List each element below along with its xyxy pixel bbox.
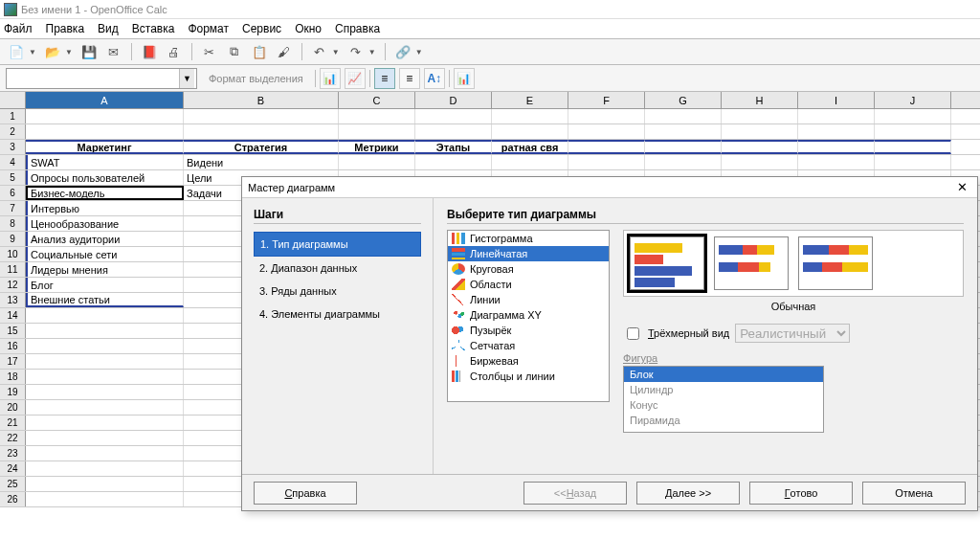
wizard-step-3[interactable]: 3. Ряды данных [254,280,421,303]
cell[interactable]: Анализ аудитории [26,232,184,246]
cell[interactable] [798,109,875,124]
chart-type-item[interactable]: Гистограмма [448,231,609,246]
cell[interactable] [184,109,339,124]
cell[interactable] [492,124,568,139]
cell[interactable] [339,124,415,139]
cell[interactable] [492,155,568,169]
col-header-D[interactable]: D [415,92,492,108]
chart-type-list[interactable]: Гистограмма Линейчатая Круговая Области … [447,230,610,402]
cell[interactable] [26,446,184,460]
cancel-button[interactable]: Отмена [862,482,966,505]
wizard-step-1[interactable]: 1. Тип диаграммы [254,232,421,257]
cell[interactable] [798,124,875,139]
chart-type-item[interactable]: Области [448,277,609,292]
3d-view-checkbox[interactable] [627,327,639,340]
chart-subtype-preview[interactable] [714,236,789,290]
menu-help[interactable]: Справка [335,22,380,35]
row-header[interactable]: 4 [0,155,26,169]
cell[interactable] [798,155,875,169]
wizard-step-list[interactable]: 1. Тип диаграммы 2. Диапазон данных 3. Р… [254,232,421,326]
cell[interactable] [645,124,722,139]
row-header[interactable]: 5 [0,170,26,185]
menu-window[interactable]: Окно [295,22,322,35]
row-header[interactable]: 17 [0,354,26,369]
cell[interactable] [875,155,951,169]
menubar[interactable]: Файл Правка Вид Вставка Формат Сервис Ок… [0,19,980,38]
row-header[interactable]: 24 [0,461,26,476]
cell[interactable]: Блог [26,278,184,292]
cell[interactable] [26,354,184,369]
hyperlink-button[interactable]: 🔗 [392,41,413,62]
shape-item[interactable]: Конус [624,397,823,413]
cell[interactable] [26,477,184,491]
cell[interactable] [26,124,184,139]
redo-button[interactable]: ↷ [345,41,367,62]
col-header-B[interactable]: B [184,92,339,108]
email-button[interactable]: ✉ [103,41,124,62]
text-scale-button[interactable]: A↕ [424,68,445,89]
dialog-titlebar[interactable]: Мастер диаграмм ✕ [242,177,977,198]
cell[interactable] [26,415,184,430]
export-pdf-button[interactable]: 📕 [139,41,160,62]
new-doc-button[interactable]: 📄 [6,41,27,62]
dropdown-arrow-icon[interactable]: ▼ [29,48,36,56]
cell[interactable] [26,308,184,323]
cell[interactable] [26,324,184,338]
dropdown-arrow-icon[interactable]: ▼ [65,48,73,56]
chart-type-item[interactable]: Линии [448,292,609,307]
chart-subtype-preview[interactable] [798,236,873,290]
cell[interactable] [26,385,184,399]
cell[interactable] [26,109,184,124]
row-header[interactable]: 21 [0,415,26,430]
col-header-J[interactable]: J [875,92,951,108]
next-button[interactable]: Далее >> [636,482,740,505]
cell[interactable]: Лидеры мнения [26,262,184,277]
chart-subtype-preview[interactable] [630,236,704,290]
chart-element-button[interactable]: 📊 [454,68,475,89]
row-header[interactable]: 2 [0,124,26,139]
chart-type-item[interactable]: Сетчатая [448,338,609,353]
align-left-button[interactable]: ≡ [374,68,395,89]
row-header[interactable]: 25 [0,477,26,491]
undo-button[interactable]: ↶ [309,41,330,62]
menu-edit[interactable]: Правка [46,22,85,35]
row-header[interactable]: 18 [0,370,26,384]
cell[interactable] [568,124,645,139]
cell[interactable] [415,109,492,124]
dropdown-arrow-icon[interactable]: ▼ [415,48,423,56]
chart-type-item[interactable]: Линейчатая [448,246,609,261]
cell[interactable] [26,370,184,384]
font-selector[interactable]: ▼ [6,68,197,89]
chart-type-item[interactable]: Круговая [448,261,609,277]
row-header[interactable]: 10 [0,247,26,261]
wizard-step-4[interactable]: 4. Элементы диаграммы [254,303,421,326]
cell[interactable] [184,124,339,139]
row-header[interactable]: 15 [0,324,26,338]
chart-type-item[interactable]: Биржевая [448,353,609,369]
cell[interactable] [568,155,645,169]
cell[interactable] [26,461,184,476]
col-header-C[interactable]: C [339,92,415,108]
cell[interactable] [492,109,568,124]
cell[interactable] [875,140,951,154]
cell[interactable] [722,155,798,169]
chart-type-button-1[interactable]: 📊 [320,68,341,89]
table-row[interactable]: 3МаркетингСтратегияМетрикиЭтапыратная св… [0,140,980,155]
shape-item[interactable]: Блок [624,367,823,382]
print-button[interactable]: 🖨 [164,41,185,62]
table-row[interactable]: 1 [0,109,980,124]
menu-file[interactable]: Файл [4,22,33,35]
cell[interactable] [798,140,875,154]
col-header-A[interactable]: A [26,92,184,108]
chart-subtype-previews[interactable] [623,230,964,297]
column-headers[interactable]: A B C D E F G H I J [0,92,980,109]
cell[interactable] [339,155,415,169]
table-row[interactable]: 4SWATВидени [0,155,980,170]
row-header[interactable]: 1 [0,109,26,124]
menu-tools[interactable]: Сервис [242,22,281,35]
row-header[interactable]: 6 [0,186,26,200]
col-header-F[interactable]: F [568,92,645,108]
cell[interactable] [26,431,184,445]
row-header[interactable]: 22 [0,431,26,445]
cell[interactable]: Интервью [26,201,184,215]
